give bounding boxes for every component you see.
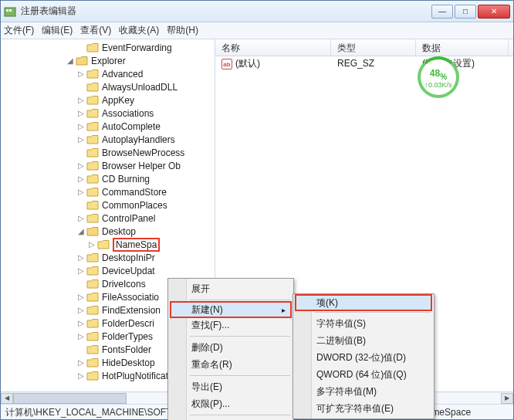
menu-file[interactable]: 文件(F) [4, 24, 34, 37]
cell-type: REG_SZ [331, 58, 416, 69]
registry-editor-window: 注册表编辑器 — □ ✕ 文件(F) 编辑(E) 查看(V) 收藏夹(A) 帮助… [0, 0, 514, 420]
expand-toggle-icon[interactable]: ▷ [76, 161, 85, 170]
svg-rect-0 [5, 8, 15, 16]
menu-favorites[interactable]: 收藏夹(A) [119, 24, 159, 37]
window-title: 注册表编辑器 [21, 5, 76, 18]
expand-toggle-icon[interactable]: ▷ [76, 69, 85, 78]
folder-icon [86, 331, 99, 342]
separator [190, 375, 290, 376]
menu-edit[interactable]: 编辑(E) [42, 24, 73, 37]
expand-toggle-icon[interactable]: ◢ [76, 227, 85, 235]
col-name[interactable]: 名称 [215, 39, 331, 56]
tree-node[interactable]: ▷Browser Helper Ob [1, 159, 215, 172]
ctx-permissions[interactable]: 权限(P)... [170, 395, 292, 412]
folder-open-icon [76, 56, 88, 66]
tree-node[interactable]: ▷DeviceUpdat [1, 264, 215, 277]
folder-icon [86, 371, 99, 381]
folder-icon [86, 174, 99, 185]
expand-toggle-icon[interactable]: ▷ [76, 253, 85, 262]
tree-node[interactable]: ◢Explorer [1, 54, 215, 67]
expand-toggle-icon[interactable]: ▷ [76, 188, 85, 196]
expand-toggle-icon[interactable]: ◢ [66, 56, 74, 65]
tree-node-label: AutoComplete [102, 121, 161, 132]
tree-node-label: ControlPanel [102, 213, 155, 224]
expand-toggle-icon[interactable]: ▷ [76, 266, 85, 275]
ctx-new-binary[interactable]: 二进制值(B) [295, 332, 432, 349]
menu-view[interactable]: 查看(V) [80, 24, 111, 37]
folder-icon [86, 95, 99, 106]
expand-toggle-icon[interactable]: ▷ [76, 96, 85, 104]
tree-node-label: Associations [102, 108, 154, 119]
folder-icon [86, 147, 99, 158]
ctx-delete[interactable]: 删除(D) [170, 339, 292, 356]
ctx-find[interactable]: 查找(F)... [170, 317, 292, 334]
col-type[interactable]: 类型 [331, 39, 416, 56]
expand-toggle-icon[interactable]: ▷ [76, 122, 85, 130]
folder-icon [86, 344, 99, 355]
menubar: 文件(F) 编辑(E) 查看(V) 收藏夹(A) 帮助(H) [1, 22, 513, 39]
tree-node-label: CommonPlaces [102, 200, 167, 211]
svg-rect-1 [6, 9, 8, 12]
app-icon [4, 5, 16, 18]
close-button[interactable]: ✕ [478, 5, 510, 19]
expand-toggle-icon[interactable]: ▷ [76, 293, 85, 301]
ctx-new-multi[interactable]: 多字符串值(M) [295, 383, 432, 400]
expand-toggle-icon[interactable]: ▷ [76, 306, 85, 314]
tree-node[interactable]: ◢Desktop [1, 225, 215, 238]
tree-node[interactable]: BrowseNewProcess [1, 146, 215, 159]
tree-node-label: Desktop [102, 226, 136, 237]
expand-toggle-icon[interactable]: ▷ [76, 358, 85, 367]
expand-toggle-icon[interactable]: ▷ [76, 174, 85, 183]
tree-node[interactable]: ▷Advanced [1, 67, 215, 80]
ctx-new-expand[interactable]: 可扩充字符串值(E) [295, 400, 432, 417]
tree-node[interactable]: ▷ControlPanel [1, 212, 215, 225]
scroll-right-button[interactable]: ▶ [501, 393, 513, 404]
tree-node[interactable]: ▷Associations [1, 107, 215, 120]
tree-node[interactable]: CommonPlaces [1, 198, 215, 212]
folder-icon [86, 318, 99, 329]
list-row[interactable]: ab(默认)REG_SZ(数值未设置) [215, 56, 513, 70]
folder-icon [86, 108, 99, 119]
tree-node-label: HideDesktop [102, 357, 155, 368]
expand-toggle-icon[interactable]: ▷ [76, 214, 85, 222]
expand-toggle-icon[interactable]: ▷ [76, 109, 85, 117]
folder-icon [97, 239, 110, 250]
context-submenu-new: 项(K) 字符串值(S) 二进制值(B) DWORD (32-位)值(D) QW… [293, 293, 435, 419]
ctx-new-key[interactable]: 项(K) [295, 294, 432, 311]
tree-node[interactable]: AlwaysUnloadDLL [1, 80, 215, 93]
expand-toggle-icon[interactable]: ▷ [76, 371, 85, 380]
menu-help[interactable]: 帮助(H) [167, 24, 198, 37]
folder-icon [86, 200, 99, 211]
ctx-expand[interactable]: 展开 [170, 280, 292, 297]
tree-node[interactable]: ▷CommandStore [1, 185, 215, 198]
tree-node[interactable]: ▷AutoplayHandlers [1, 133, 215, 146]
ctx-rename[interactable]: 重命名(R) [170, 356, 292, 373]
tree-node[interactable]: ▷DesktopIniPr [1, 251, 215, 264]
folder-icon [86, 305, 99, 316]
ctx-export[interactable]: 导出(E) [170, 378, 292, 395]
ctx-new-dword[interactable]: DWORD (32-位)值(D) [295, 349, 432, 366]
maximize-button[interactable]: □ [455, 5, 476, 19]
tree-node[interactable]: ▷NameSpa [1, 238, 215, 251]
expand-toggle-icon[interactable]: ▷ [76, 332, 85, 340]
ctx-new-string[interactable]: 字符串值(S) [295, 315, 432, 332]
ctx-new[interactable]: 新建(N)▸ [170, 301, 292, 318]
titlebar[interactable]: 注册表编辑器 — □ ✕ [1, 1, 513, 22]
tree-node[interactable]: ▷AutoComplete [1, 120, 215, 133]
speed-percent: 48% [430, 66, 447, 81]
scroll-left-button[interactable]: ◀ [1, 393, 13, 404]
minimize-button[interactable]: — [431, 5, 453, 19]
tree-node[interactable]: EventForwarding [1, 41, 215, 54]
scroll-thumb[interactable] [13, 393, 127, 404]
expand-toggle-icon[interactable]: ▷ [76, 135, 85, 144]
tree-node[interactable]: ▷CD Burning [1, 172, 215, 185]
tree-node[interactable]: ▷AppKey [1, 93, 215, 107]
folder-icon [86, 69, 99, 80]
col-data[interactable]: 数据 [416, 39, 509, 56]
expand-toggle-icon[interactable]: ▷ [76, 319, 85, 327]
ctx-new-qword[interactable]: QWORD (64 位)值(Q) [295, 366, 432, 383]
tree-node-label: Advanced [102, 69, 143, 80]
expand-toggle-icon[interactable]: ▷ [87, 240, 96, 249]
tree-node-label: AutoplayHandlers [102, 134, 175, 145]
folder-icon [86, 42, 99, 53]
